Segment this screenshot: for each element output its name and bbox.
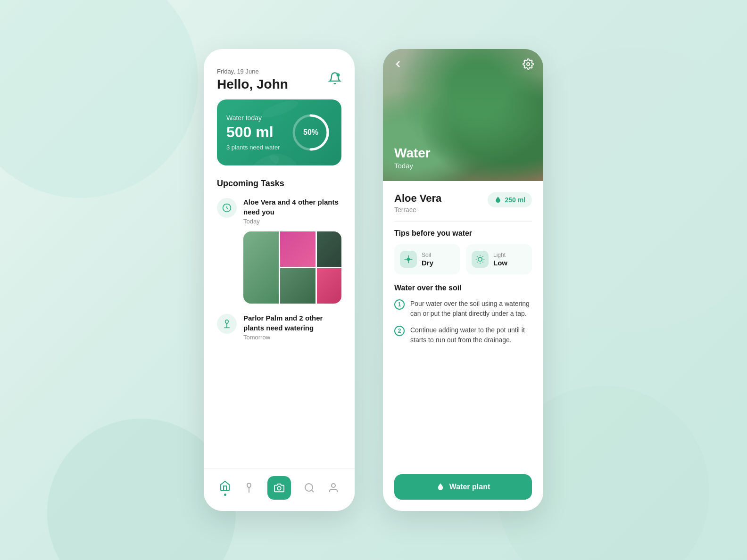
svg-point-0 — [337, 74, 340, 77]
water-progress-circle: 50% — [290, 111, 332, 154]
plant-img-dark — [317, 231, 341, 267]
water-amount-badge: 250 ml — [488, 192, 532, 207]
instruction-2: 2 Continue adding water to the pot until… — [394, 325, 532, 345]
svg-line-15 — [477, 256, 478, 257]
water-label: Water today — [226, 114, 280, 122]
task-1-icon-wrap — [217, 198, 237, 218]
phone-1: Friday, 19 June Hello, John — [204, 49, 355, 511]
water-amount-text: 250 ml — [505, 196, 525, 204]
hero-bottom: Water Today — [394, 146, 431, 170]
progress-label: 50% — [303, 128, 318, 137]
plant-grid — [243, 231, 341, 304]
light-tip-card: Light Low — [466, 244, 532, 274]
svg-point-11 — [407, 258, 410, 261]
soil-label: Soil — [422, 252, 433, 258]
step-1-num: 1 — [394, 299, 405, 310]
svg-line-16 — [482, 262, 483, 262]
soil-value: Dry — [422, 259, 433, 267]
bottom-nav — [204, 468, 355, 511]
task-item-2[interactable]: Parlor Palm and 2 other plants need wate… — [217, 313, 341, 341]
step-1-text: Pour water over the soil using a waterin… — [410, 299, 532, 319]
nav-profile[interactable] — [328, 482, 339, 494]
water-plants-count: 3 plants need water — [226, 144, 280, 151]
task-2-time: Tomorrow — [243, 334, 341, 341]
tips-row: Soil Dry — [394, 244, 532, 274]
back-button[interactable] — [392, 58, 404, 70]
task-2-title: Parlor Palm and 2 other plants need wate… — [243, 313, 341, 333]
svg-point-7 — [305, 484, 313, 491]
soil-tip-card: Soil Dry — [394, 244, 460, 274]
phone-2-content: Aloe Vera Terrace 250 ml Tips before you… — [383, 181, 543, 474]
plant-img-aloe — [243, 231, 279, 304]
hero-top-bar — [392, 58, 534, 70]
notification-button[interactable] — [328, 68, 341, 85]
nav-home[interactable] — [219, 480, 231, 496]
svg-line-20 — [482, 256, 483, 257]
svg-point-6 — [277, 486, 281, 490]
plant-info-row: Aloe Vera Terrace 250 ml — [394, 192, 532, 222]
phone-header: Friday, 19 June Hello, John — [217, 68, 341, 92]
phone-2: Water Today Aloe Vera Terrace 250 ml — [383, 49, 543, 511]
svg-point-12 — [478, 257, 482, 261]
plant-img-pink2 — [317, 268, 341, 304]
task-item-1[interactable]: Aloe Vera and 4 other plants need you To… — [217, 197, 341, 225]
task-1-title: Aloe Vera and 4 other plants need you — [243, 197, 341, 217]
water-plant-button[interactable]: Water plant — [394, 474, 532, 500]
plant-img-stripe — [280, 268, 315, 304]
nav-home-dot — [224, 494, 226, 496]
svg-point-10 — [527, 63, 530, 66]
soil-icon — [400, 251, 417, 268]
upcoming-tasks-title: Upcoming Tasks — [217, 179, 341, 189]
nav-search[interactable] — [304, 482, 315, 494]
plant-name: Aloe Vera — [394, 192, 441, 205]
instruction-1: 1 Pour water over the soil using a water… — [394, 299, 532, 319]
svg-point-9 — [332, 484, 335, 487]
step-2-text: Continue adding water to the pot until i… — [410, 325, 532, 345]
instructions-title: Water over the soil — [394, 284, 532, 292]
step-2-num: 2 — [394, 326, 405, 336]
nav-camera[interactable] — [267, 476, 291, 500]
settings-button[interactable] — [523, 58, 534, 70]
light-value: Low — [493, 259, 507, 267]
light-icon — [472, 251, 489, 268]
svg-line-8 — [311, 490, 313, 492]
phones-container: Friday, 19 June Hello, John — [204, 49, 543, 511]
hero-action-label: Water — [394, 146, 431, 161]
task-1-time: Today — [243, 218, 341, 225]
water-card-text: Water today 500 ml 3 plants need water — [226, 114, 280, 151]
tips-title: Tips before you water — [394, 229, 532, 238]
plant-hero: Water Today — [383, 49, 543, 181]
water-card[interactable]: Water today 500 ml 3 plants need water 5… — [217, 99, 341, 165]
date-text: Friday, 19 June — [217, 68, 288, 75]
plant-img-pink — [280, 231, 315, 267]
greeting: Hello, John — [217, 77, 288, 92]
water-plant-label: Water plant — [449, 483, 490, 491]
light-label: Light — [493, 252, 507, 258]
plant-location: Terrace — [394, 206, 441, 214]
svg-line-19 — [477, 262, 478, 262]
hero-action-sub: Today — [394, 162, 431, 170]
nav-plant[interactable] — [243, 482, 255, 494]
task-2-icon-wrap — [217, 314, 237, 334]
